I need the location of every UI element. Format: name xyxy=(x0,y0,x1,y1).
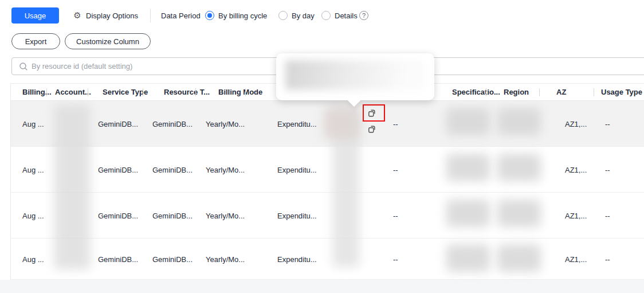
col-header-service-type: Service Type xyxy=(103,88,148,96)
cell-resource-tag: -- xyxy=(393,255,398,263)
cell-bill-type: Expenditu... xyxy=(277,255,317,263)
cell-service-type: GeminiDB... xyxy=(98,119,138,128)
cell-resource-type: GeminiDB... xyxy=(152,165,193,174)
radio-by-day[interactable] xyxy=(278,11,288,20)
cell-az: AZ1,... xyxy=(565,119,587,128)
cell-az: AZ1,... xyxy=(565,211,587,220)
redacted-specification-cell xyxy=(446,244,490,272)
redacted-region-cell xyxy=(497,108,541,135)
search-icon xyxy=(19,62,28,71)
redacted-region-cell xyxy=(497,154,541,181)
cell-bill-type: Expenditu... xyxy=(277,165,317,174)
col-header-specification: Specificatio... xyxy=(452,88,500,96)
col-header-billing-mode: Billing Mode xyxy=(218,88,262,96)
cell-az: AZ1,... xyxy=(565,255,587,263)
cell-usage-type: -- xyxy=(605,165,610,174)
tooltip-popover xyxy=(276,53,434,100)
cell-service-type: GeminiDB... xyxy=(98,165,138,174)
col-header-region: Region xyxy=(504,88,529,96)
cell-usage-type: -- xyxy=(605,119,610,128)
red-highlight-box xyxy=(363,104,385,122)
cell-billing-mode: Yearly/Mo... xyxy=(206,255,245,263)
cell-bill-type: Expenditu... xyxy=(277,211,317,220)
cell-resource-tag: -- xyxy=(393,211,398,220)
cell-billing-mode: Yearly/Mo... xyxy=(206,119,245,128)
copy-icon[interactable] xyxy=(367,124,376,134)
page-background-strip xyxy=(0,280,644,293)
cell-billing-mode: Yearly/Mo... xyxy=(206,211,245,220)
redacted-resource-cell xyxy=(324,107,359,139)
radio-by-billing-cycle[interactable] xyxy=(205,11,214,20)
radio-details-label[interactable]: Details xyxy=(335,11,358,20)
radio-by-day-label[interactable]: By day xyxy=(292,11,315,20)
cell-resource-type: GeminiDB... xyxy=(152,211,193,220)
billing-usage-page: Usage ⚙ Display Options Data Period By b… xyxy=(0,0,644,293)
cell-billing-cycle: Aug ... xyxy=(22,211,44,220)
export-button[interactable]: Export xyxy=(11,33,60,49)
cell-billing-mode: Yearly/Mo... xyxy=(206,165,245,174)
cell-resource-tag: -- xyxy=(393,165,398,174)
table-row[interactable]: Aug ... GeminiDB... GeminiDB... Yearly/M… xyxy=(11,239,644,280)
gear-icon: ⚙ xyxy=(73,11,82,20)
redacted-account-column xyxy=(54,104,91,269)
redacted-specification-cell xyxy=(446,200,490,227)
cell-service-type: GeminiDB... xyxy=(98,255,138,263)
cell-billing-cycle: Aug ... xyxy=(22,119,44,128)
toolbar-divider xyxy=(150,9,151,22)
display-options-button[interactable]: Display Options xyxy=(86,11,138,20)
cell-service-type: GeminiDB... xyxy=(98,211,138,220)
col-header-account: Account... xyxy=(55,88,91,96)
cell-resource-tag: -- xyxy=(393,119,398,128)
redacted-tooltip-content xyxy=(285,60,425,90)
cell-resource-type: GeminiDB... xyxy=(152,119,193,128)
cell-billing-cycle: Aug ... xyxy=(22,165,44,174)
redacted-specification-cell xyxy=(446,108,490,135)
redacted-region-cell xyxy=(497,200,541,227)
radio-by-billing-cycle-label[interactable]: By billing cycle xyxy=(218,11,267,20)
radio-details[interactable] xyxy=(321,11,331,20)
cell-resource-type: GeminiDB... xyxy=(152,255,193,263)
col-header-resource-type: Resource T... xyxy=(164,88,210,96)
redacted-specification-cell xyxy=(446,154,490,181)
cell-bill-type: Expenditu... xyxy=(277,119,317,128)
col-header-usage-type: Usage Type xyxy=(601,88,642,96)
data-period-label: Data Period xyxy=(161,11,201,20)
table-row[interactable]: Aug ... GeminiDB... GeminiDB... Yearly/M… xyxy=(11,193,644,239)
redacted-region-cell xyxy=(497,244,541,272)
customize-column-button[interactable]: Customize Column xyxy=(65,33,151,49)
cell-usage-type: -- xyxy=(605,255,610,263)
cell-usage-type: -- xyxy=(605,211,610,220)
cell-az: AZ1,... xyxy=(565,165,587,174)
question-mark-icon[interactable]: ? xyxy=(359,11,368,20)
col-header-az: AZ xyxy=(556,88,566,96)
cell-billing-cycle: Aug ... xyxy=(22,255,44,263)
usage-button[interactable]: Usage xyxy=(11,7,59,24)
table-row[interactable]: Aug ... GeminiDB... GeminiDB... Yearly/M… xyxy=(11,147,644,193)
